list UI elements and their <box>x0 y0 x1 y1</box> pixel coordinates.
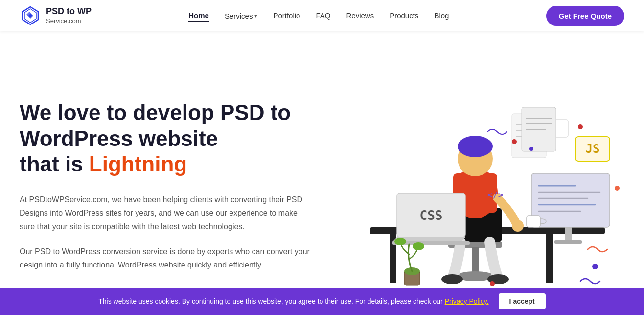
svg-point-51 <box>615 186 620 191</box>
hero-section: We love to develop PSD to WordPress webs… <box>0 31 644 315</box>
nav-home[interactable]: Home <box>188 11 209 22</box>
nav-services[interactable]: Services <box>225 12 258 20</box>
svg-rect-4 <box>546 234 553 283</box>
svg-rect-28 <box>527 216 540 227</box>
cookie-text: This website uses cookies. By continuing… <box>98 297 488 305</box>
navbar: PSD to WP Service.com Home Services Port… <box>0 0 644 31</box>
svg-point-14 <box>512 220 524 232</box>
hero-content: We love to develop PSD to WordPress webs… <box>20 100 313 271</box>
nav-reviews[interactable]: Reviews <box>346 11 374 20</box>
get-free-quote-button[interactable]: Get Free Quote <box>546 6 624 26</box>
svg-point-48 <box>578 124 583 129</box>
svg-point-50 <box>490 281 495 286</box>
cookie-bar: This website uses cookies. By continuing… <box>0 288 644 315</box>
svg-point-32 <box>413 242 424 250</box>
cookie-accept-button[interactable]: I accept <box>499 293 546 309</box>
svg-text:</>: </> <box>487 190 504 200</box>
svg-rect-27 <box>554 240 582 244</box>
svg-point-15 <box>441 274 463 284</box>
svg-point-47 <box>529 147 533 151</box>
svg-rect-26 <box>565 227 572 241</box>
nav-faq[interactable]: FAQ <box>316 11 330 20</box>
svg-text:JS: JS <box>586 142 600 156</box>
logo[interactable]: PSD to WP Service.com <box>20 5 92 26</box>
nav-blog[interactable]: Blog <box>434 11 449 20</box>
svg-point-12 <box>458 136 493 157</box>
logo-text: PSD to WP Service.com <box>46 6 92 24</box>
nav-products[interactable]: Products <box>390 11 418 20</box>
hero-heading: We love to develop PSD to WordPress webs… <box>20 100 313 177</box>
privacy-policy-link[interactable]: Privacy Policy. <box>445 297 489 305</box>
nav-portfolio[interactable]: Portfolio <box>273 11 300 20</box>
svg-point-31 <box>394 238 406 245</box>
hero-illustration: CSS <box>321 61 624 311</box>
svg-point-49 <box>592 264 598 269</box>
svg-point-46 <box>512 139 517 144</box>
hero-description-2: Our PSD to WordPress conversion service … <box>20 245 313 271</box>
hero-description-1: At PSDtoWPService.com, we have been help… <box>20 193 313 233</box>
nav-links: Home Services Portfolio FAQ Reviews Prod… <box>188 11 449 20</box>
svg-text:CSS: CSS <box>420 208 443 223</box>
